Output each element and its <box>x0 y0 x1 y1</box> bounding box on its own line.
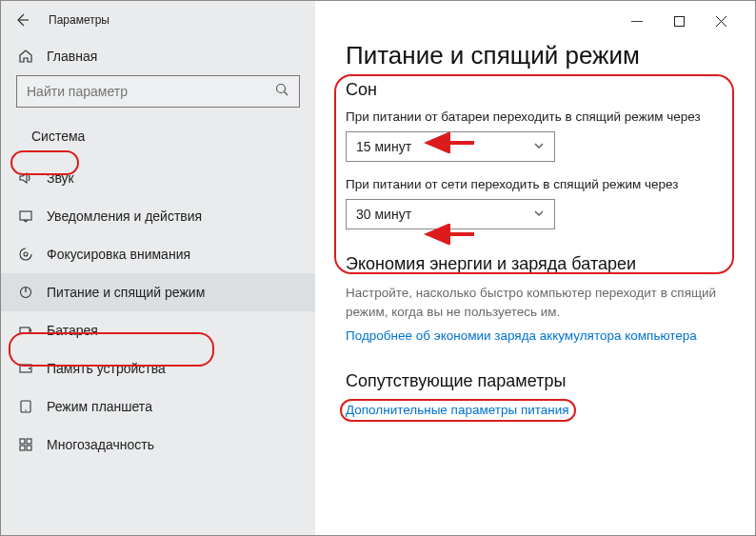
window-controls: — <box>346 7 749 35</box>
svg-point-9 <box>25 409 26 410</box>
svg-point-7 <box>29 367 30 369</box>
svg-rect-11 <box>27 439 31 444</box>
chevron-down-icon <box>533 208 545 222</box>
home-icon <box>18 49 33 64</box>
home-nav[interactable]: Главная <box>1 39 315 75</box>
section-system: Система <box>16 123 100 153</box>
sidebar-titlebar: Параметры <box>1 1 315 39</box>
sidebar-item-label: Фокусировка внимания <box>47 247 190 262</box>
focus-icon <box>18 247 33 262</box>
svg-rect-10 <box>20 439 25 444</box>
sidebar-item-label: Питание и спящий режим <box>47 285 205 300</box>
power-icon <box>18 285 33 300</box>
sidebar-item-label: Звук <box>47 170 74 186</box>
multitask-icon <box>18 437 33 452</box>
annotation-ring <box>334 74 734 274</box>
search-input[interactable] <box>27 84 250 99</box>
ac-sleep-select[interactable]: 30 минут <box>346 199 555 229</box>
sleep-heading: Сон <box>346 80 725 100</box>
search-icon <box>274 82 289 101</box>
page-title: Питание и спящий режим <box>346 41 725 70</box>
sidebar-item-tablet[interactable]: Режим планшета <box>1 387 315 426</box>
chevron-down-icon <box>533 140 545 154</box>
home-label: Главная <box>47 49 97 64</box>
related-link[interactable]: Дополнительные параметры питания <box>346 403 569 417</box>
select-value: 15 минут <box>356 139 411 154</box>
sound-icon <box>18 170 33 186</box>
select-value: 30 минут <box>356 207 411 222</box>
sidebar-item-multitask[interactable]: Многозадачность <box>1 426 315 464</box>
tablet-icon <box>18 399 33 414</box>
battery-sleep-label: При питании от батареи переходить в спящ… <box>346 109 725 124</box>
sidebar-item-notifications[interactable]: Уведомления и действия <box>1 197 315 235</box>
ac-sleep-label: При питании от сети переходить в спящий … <box>346 177 725 191</box>
battery-sleep-select[interactable]: 15 минут <box>346 131 555 162</box>
svg-point-2 <box>24 252 28 256</box>
svg-rect-12 <box>20 446 25 450</box>
sidebar-item-label: Уведомления и действия <box>47 208 202 224</box>
minimize-button[interactable]: — <box>616 7 658 35</box>
svg-rect-5 <box>30 329 32 332</box>
svg-point-0 <box>277 85 286 93</box>
svg-rect-13 <box>27 446 31 450</box>
storage-icon <box>18 361 33 376</box>
svg-rect-14 <box>674 16 684 26</box>
maximize-button[interactable] <box>658 7 700 35</box>
back-button[interactable] <box>9 7 35 33</box>
sidebar-item-label: Режим планшета <box>47 399 152 414</box>
economy-link[interactable]: Подробнее об экономии заряда аккумулятор… <box>346 328 725 343</box>
notification-icon <box>18 208 33 224</box>
svg-rect-4 <box>20 328 30 333</box>
sidebar-item-sound[interactable]: Звук <box>1 159 315 197</box>
related-heading: Сопутствующие параметры <box>346 371 725 391</box>
svg-rect-1 <box>20 211 31 220</box>
economy-heading: Экономия энергии и заряда батареи <box>346 254 725 274</box>
sidebar-item-storage[interactable]: Память устройства <box>1 349 315 387</box>
sidebar-item-battery[interactable]: Батарея <box>1 311 315 349</box>
close-button[interactable] <box>700 7 742 35</box>
sidebar-item-focus[interactable]: Фокусировка внимания <box>1 235 315 273</box>
search-box[interactable] <box>16 75 300 108</box>
economy-desc: Настройте, насколько быстро компьютер пе… <box>346 284 725 321</box>
sidebar-item-label: Многозадачность <box>47 437 154 452</box>
sidebar-item-label: Память устройства <box>47 361 166 376</box>
sidebar-item-label: Батарея <box>47 323 98 338</box>
window-title: Параметры <box>49 13 109 27</box>
sidebar-item-power[interactable]: Питание и спящий режим <box>1 273 315 311</box>
battery-icon <box>18 323 33 338</box>
